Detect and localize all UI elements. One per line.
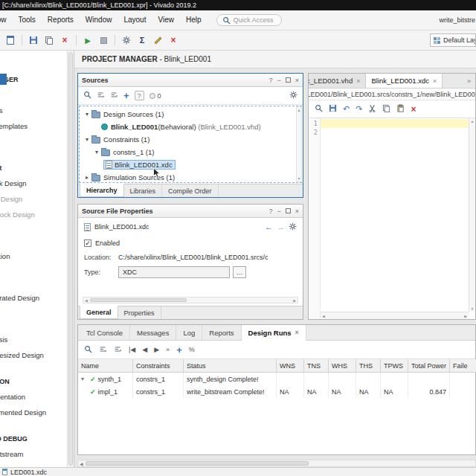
- flow-navigator-item[interactable]: Open Hardware Manager: [0, 462, 71, 467]
- flow-navigator-item[interactable]: Generate Bitstream: [0, 446, 71, 462]
- bottom-tab[interactable]: Messages×: [130, 325, 176, 340]
- flow-navigator-item[interactable]: SIMULATION: [0, 233, 71, 248]
- close-tab-icon[interactable]: ×: [356, 77, 360, 85]
- flow-navigator-item[interactable]: Add Sources: [0, 103, 71, 118]
- save-icon[interactable]: [329, 104, 337, 114]
- caret-down-icon[interactable]: ▾: [83, 111, 91, 118]
- editor-vertical-scrollbar[interactable]: ▲▼: [469, 118, 475, 312]
- cut-icon[interactable]: [368, 104, 376, 114]
- run-button[interactable]: ▶: [81, 33, 94, 47]
- step-back-icon[interactable]: ◀: [142, 346, 147, 353]
- properties-tab[interactable]: Properties: [118, 306, 161, 319]
- bottom-tab[interactable]: Tcl Console×: [80, 325, 130, 340]
- flow-navigator-item[interactable]: PROGRAM AND DEBUG: [0, 431, 71, 446]
- scrollbar-handle[interactable]: [90, 298, 187, 302]
- collapse-all-icon[interactable]: [99, 345, 107, 355]
- caret-down-icon[interactable]: ▾: [83, 136, 91, 143]
- type-dropdown[interactable]: XDC: [118, 266, 230, 278]
- runs-column-header[interactable]: THS: [356, 359, 381, 373]
- properties-horizontal-scrollbar[interactable]: ◀ ▶: [83, 297, 298, 303]
- flow-navigator-item[interactable]: Open Elaborated Design: [0, 290, 71, 306]
- save-button[interactable]: [27, 33, 40, 47]
- tree-item-simulation-sources[interactable]: ▸ Simulation Sources (1): [78, 171, 303, 184]
- flow-navigator-item[interactable]: Create Block Design: [0, 176, 71, 191]
- stop-button[interactable]: [97, 33, 110, 47]
- tree-item-constraints[interactable]: ▾ Constraints (1): [78, 133, 303, 146]
- selected-item-highlight[interactable]: Blink_LED001.xdc: [103, 160, 176, 170]
- workspace-horizontal-scrollbar[interactable]: ◀: [77, 460, 476, 467]
- expand-all-icon[interactable]: [110, 91, 118, 100]
- caret-down-icon[interactable]: ▾: [92, 149, 101, 155]
- flow-navigator-item[interactable]: Run Implementation: [0, 389, 71, 405]
- flow-navigator-item[interactable]: Language Templates: [0, 118, 71, 134]
- undo-icon[interactable]: ↶: [343, 104, 350, 114]
- add-sources-icon[interactable]: +: [123, 91, 129, 100]
- caret-right-icon[interactable]: ▸: [83, 174, 91, 181]
- runs-column-header[interactable]: Status: [184, 359, 277, 373]
- sources-tab[interactable]: Compile Order: [162, 184, 219, 197]
- menu-item[interactable]: Flow: [0, 10, 12, 30]
- runs-column-header[interactable]: WHS: [329, 359, 356, 373]
- menu-item[interactable]: View: [152, 10, 180, 30]
- scroll-left-icon[interactable]: ◀: [85, 298, 88, 303]
- layout-selector[interactable]: Default Layout: [430, 33, 476, 47]
- flow-navigator-item[interactable]: RTL ANALYSIS: [0, 274, 71, 290]
- collapse-all-icon[interactable]: [97, 91, 105, 100]
- sources-tab[interactable]: Hierarchy: [80, 184, 124, 197]
- run-icon[interactable]: ▶: [154, 346, 159, 353]
- editor-horizontal-scrollbar[interactable]: ◀▶: [321, 312, 469, 319]
- minimize-icon[interactable]: −: [277, 208, 280, 215]
- fast-forward-icon[interactable]: »: [166, 346, 170, 353]
- flow-navigator-scrollbar[interactable]: [67, 51, 74, 467]
- editor-body[interactable]: 12 ▲▼ ◀▶: [309, 118, 475, 319]
- runs-column-header[interactable]: Faile: [450, 359, 476, 373]
- close-tab-icon[interactable]: ×: [295, 329, 299, 336]
- editor-tab[interactable]: Blink_LED001.xdc×: [366, 74, 443, 88]
- bottom-tab[interactable]: Reports×: [202, 325, 241, 340]
- enabled-checkbox[interactable]: ✓: [84, 239, 91, 247]
- flow-navigator-item[interactable]: SYNTHESIS: [0, 316, 71, 332]
- scrollbar-handle[interactable]: [68, 52, 73, 466]
- runs-table-row-impl[interactable]: ✓impl_1 constrs_1 write_bitstream Comple…: [78, 385, 475, 398]
- flow-navigator-item[interactable]: Settings: [0, 87, 71, 103]
- paste-icon[interactable]: [396, 104, 405, 114]
- tree-item-constrs-1[interactable]: ▾ constrs_1 (1): [78, 146, 303, 158]
- close-icon[interactable]: ×: [295, 77, 299, 84]
- redo-icon[interactable]: ↷: [356, 104, 362, 114]
- flow-navigator-item[interactable]: Open Block Design: [0, 191, 71, 207]
- flow-navigator-item[interactable]: Run Synthesis: [0, 332, 71, 347]
- scrollbar-handle[interactable]: [86, 461, 309, 466]
- help-icon[interactable]: ?: [268, 208, 272, 215]
- go-to-start-icon[interactable]: |◀: [129, 346, 135, 353]
- copy-icon[interactable]: [382, 104, 390, 114]
- runs-column-header[interactable]: TPWS: [381, 359, 408, 373]
- copy-button[interactable]: [42, 33, 56, 47]
- edit-button[interactable]: [151, 33, 164, 47]
- search-icon[interactable]: [84, 345, 92, 355]
- tree-scrollbar[interactable]: ▲▼: [296, 106, 302, 182]
- runs-column-header[interactable]: Name: [78, 359, 133, 373]
- flow-navigator-item[interactable]: Generate Block Design: [0, 207, 71, 222]
- menu-item[interactable]: Tools: [12, 10, 41, 30]
- delete-button[interactable]: ×: [58, 33, 71, 47]
- close-tool-button[interactable]: ×: [167, 33, 180, 47]
- menu-item[interactable]: Help: [180, 10, 208, 30]
- search-icon[interactable]: [315, 104, 323, 114]
- percent-icon[interactable]: %: [189, 346, 195, 353]
- settings-button[interactable]: [120, 33, 133, 47]
- expand-all-icon[interactable]: [114, 345, 122, 355]
- sources-tab[interactable]: Libraries: [124, 184, 163, 197]
- tree-item-xdc-selected[interactable]: Blink_LED001.xdc: [78, 158, 303, 171]
- help-icon[interactable]: ?: [268, 77, 272, 84]
- sum-button[interactable]: Σ: [135, 33, 149, 47]
- missing-sources-icon[interactable]: ?: [135, 91, 144, 100]
- menu-item[interactable]: Reports: [42, 10, 80, 30]
- flow-navigator-item[interactable]: Open Synthesized Design: [0, 347, 71, 363]
- editor-tab[interactable]: Blink_LED001.vhd×: [309, 74, 366, 88]
- caret-down-icon[interactable]: ▾: [81, 376, 88, 382]
- close-icon[interactable]: ×: [295, 208, 299, 215]
- runs-column-header[interactable]: Constraints: [133, 359, 184, 373]
- flow-navigator-item[interactable]: Run Simulation: [0, 248, 71, 264]
- editor-text-area[interactable]: [321, 118, 469, 319]
- type-more-button[interactable]: …: [233, 266, 246, 278]
